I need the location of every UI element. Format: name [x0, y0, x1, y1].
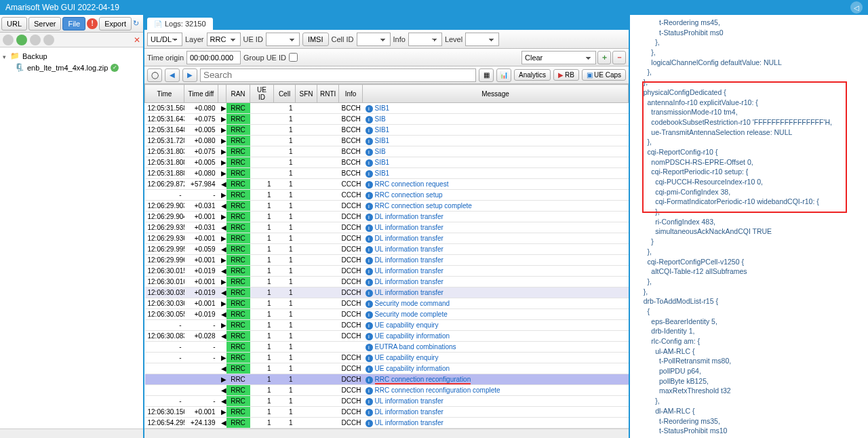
log-row[interactable]: --▶RRC11DCCHiUE capability enquiry: [145, 353, 629, 363]
log-row[interactable]: --▶RRC11CCCHiRRC connection setup: [145, 190, 629, 201]
col-header[interactable]: Time: [145, 85, 184, 103]
log-row[interactable]: 12:06:29.996+0.001▶RRC11DCCHiDL informat…: [145, 255, 629, 266]
filter-imsi[interactable]: IMSI: [302, 33, 329, 46]
chart-icon[interactable]: 📊: [496, 68, 511, 82]
col-header[interactable]: Info: [339, 85, 363, 103]
log-table-wrap[interactable]: TimeTime diffRANUE IDCellSFNRNTIInfoMess…: [144, 84, 629, 429]
log-row[interactable]: ◀RRC11DCCHiUE capability information: [145, 363, 629, 374]
center-scrollbar[interactable]: [144, 429, 629, 438]
message-text: SIB1: [375, 126, 390, 134]
time-origin-input[interactable]: [186, 51, 241, 64]
log-row[interactable]: --RRC11iEUTRA band combinations: [145, 342, 629, 353]
rb-button[interactable]: ▶RB: [553, 69, 579, 81]
message-text: UL information transfer: [375, 289, 443, 296]
col-header[interactable]: Cell: [274, 85, 296, 103]
log-row[interactable]: 12:05:31.803+0.075▶RRC1BCCHiSIB: [145, 146, 629, 157]
status-dot-3: [30, 35, 41, 45]
remove-button[interactable]: －: [612, 51, 626, 64]
tree-root[interactable]: Backup: [3, 50, 140, 62]
log-row[interactable]: 12:06:30.015+0.019◀RRC11DCCHiUL informat…: [145, 266, 629, 277]
filter-level[interactable]: [465, 33, 499, 46]
log-row[interactable]: 12:06:29.936+0.001▶RRC11DCCHiDL informat…: [145, 233, 629, 244]
info-icon: i: [366, 322, 373, 330]
info-icon: i: [366, 290, 373, 297]
alert-icon[interactable]: !: [87, 18, 98, 29]
log-row[interactable]: 12:06:54.295+24.139◀RRC11DCCHiUL informa…: [145, 418, 629, 429]
log-row[interactable]: 12:06:29.872+57.984◀RRC11CCCHiRRC connec…: [145, 179, 629, 190]
file-button[interactable]: File: [62, 17, 85, 31]
filter-info[interactable]: [408, 33, 442, 46]
collapse-icon[interactable]: ◁: [850, 1, 863, 14]
server-button[interactable]: Server: [28, 17, 61, 31]
log-row[interactable]: ▶RRC11DCCHiRRC connection reconfiguratio…: [145, 374, 629, 385]
log-row[interactable]: --◀RRC11DCCHiUL information transfer: [145, 396, 629, 407]
prev-button[interactable]: ◀: [165, 68, 180, 82]
close-icon[interactable]: ✕: [134, 35, 140, 45]
log-row[interactable]: --▶RRC11DCCHiUE capability enquiry: [145, 320, 629, 331]
message-text: UL information transfer: [375, 224, 443, 231]
log-row[interactable]: 12:06:29.935+0.031◀RRC11DCCHiUL informat…: [145, 222, 629, 233]
log-row[interactable]: 12:06:30.055+0.019◀RRC11DCCHiSecurity mo…: [145, 309, 629, 320]
col-header[interactable]: Time diff: [184, 85, 218, 103]
filter-ueid[interactable]: [266, 33, 300, 46]
tab-row: Logs: 32150: [144, 15, 629, 30]
filter-layer[interactable]: RRC: [207, 33, 241, 46]
tree-file[interactable]: enb_lte_tm4_4x4.log.zip ✓: [3, 62, 140, 73]
message-text: SIB: [375, 115, 386, 123]
filter-cellid[interactable]: [357, 33, 391, 46]
refresh-icon[interactable]: ↻: [133, 19, 139, 28]
log-row[interactable]: 12:05:31.808+0.005▶RRC1BCCHiSIB1: [145, 157, 629, 168]
uecaps-button[interactable]: ▣UE Caps: [582, 69, 626, 81]
log-row[interactable]: 12:06:29.904+0.001▶RRC11DCCHiDL informat…: [145, 212, 629, 222]
info-icon: i: [366, 311, 373, 319]
info-icon: i: [366, 138, 373, 145]
export-button[interactable]: Export: [99, 17, 132, 31]
expand-icon[interactable]: [3, 52, 7, 60]
clear-select[interactable]: Clear: [521, 51, 596, 64]
search-input[interactable]: [200, 68, 476, 82]
sidebar-scrollbar[interactable]: [0, 429, 143, 438]
tab-logs[interactable]: Logs: 32150: [147, 18, 213, 30]
log-row[interactable]: 12:06:30.035+0.019◀RRC11DCCHiUL informat…: [145, 287, 629, 298]
columns-icon[interactable]: ▦: [479, 68, 494, 82]
filter-uldl[interactable]: UL/DL: [147, 33, 182, 46]
log-row[interactable]: 12:06:30.036+0.001▶RRC11DCCHiSecurity mo…: [145, 298, 629, 309]
log-row[interactable]: 12:05:31.568+0.080▶RRC1BCCHiSIB1: [145, 103, 629, 114]
col-header[interactable]: RAN: [226, 85, 250, 103]
log-row[interactable]: 12:06:30.016+0.001▶RRC11DCCHiDL informat…: [145, 277, 629, 287]
log-row[interactable]: 12:06:29.903+0.031◀RRC11DCCHiRRC connect…: [145, 201, 629, 212]
message-text: UL information transfer: [375, 397, 443, 405]
info-icon: i: [366, 398, 373, 405]
log-row[interactable]: 12:05:31.888+0.080▶RRC1BCCHiSIB1: [145, 168, 629, 179]
log-row[interactable]: 12:05:31.648+0.005▶RRC1BCCHiSIB1: [145, 125, 629, 136]
group-ueid-label: Group UE ID: [243, 54, 286, 62]
circle-icon[interactable]: ◯: [147, 68, 162, 82]
message-text: SIB1: [375, 170, 390, 177]
col-header[interactable]: [218, 85, 226, 103]
info-icon: i: [366, 420, 373, 427]
col-header[interactable]: UE ID: [250, 85, 274, 103]
url-button[interactable]: URL: [1, 17, 27, 31]
group-ueid-checkbox[interactable]: [289, 53, 298, 62]
col-header[interactable]: Message: [363, 85, 629, 103]
sidebar-status-row: ✕: [0, 33, 143, 47]
info-icon: i: [366, 192, 373, 199]
log-row[interactable]: 12:05:31.643+0.075▶RRC1BCCHiSIB: [145, 114, 629, 125]
log-row[interactable]: ◀RRC11DCCHiRRC connection reconfiguratio…: [145, 385, 629, 396]
log-row[interactable]: 12:06:30.156+0.001▶RRC11DCCHiDL informat…: [145, 407, 629, 418]
info-icon: i: [366, 181, 373, 188]
next-button[interactable]: ▶: [182, 68, 197, 82]
info-icon: i: [366, 257, 373, 264]
analytics-button[interactable]: Analytics: [514, 69, 551, 81]
log-row[interactable]: 12:06:30.083+0.028◀RRC11DCCHiUE capabili…: [145, 331, 629, 342]
col-header[interactable]: RNTI: [317, 85, 339, 103]
col-header[interactable]: SFN: [296, 85, 317, 103]
message-text: DL information transfer: [375, 213, 443, 220]
detail-pane[interactable]: t-Reordering ms45, t-StatusProhibit ms0 …: [630, 15, 868, 438]
info-icon: i: [366, 279, 373, 286]
log-row[interactable]: 12:06:29.995+0.059◀RRC11DCCHiUL informat…: [145, 244, 629, 255]
log-row[interactable]: 12:05:31.728+0.080▶RRC1BCCHiSIB1: [145, 136, 629, 146]
sidebar-toolbar: URL Server File ! Export ↻: [0, 15, 143, 33]
add-button[interactable]: ＋: [597, 51, 611, 64]
log-row[interactable]: 12:06:54.296+0.001▶RRC11DCCHiRRC connect…: [145, 429, 629, 429]
